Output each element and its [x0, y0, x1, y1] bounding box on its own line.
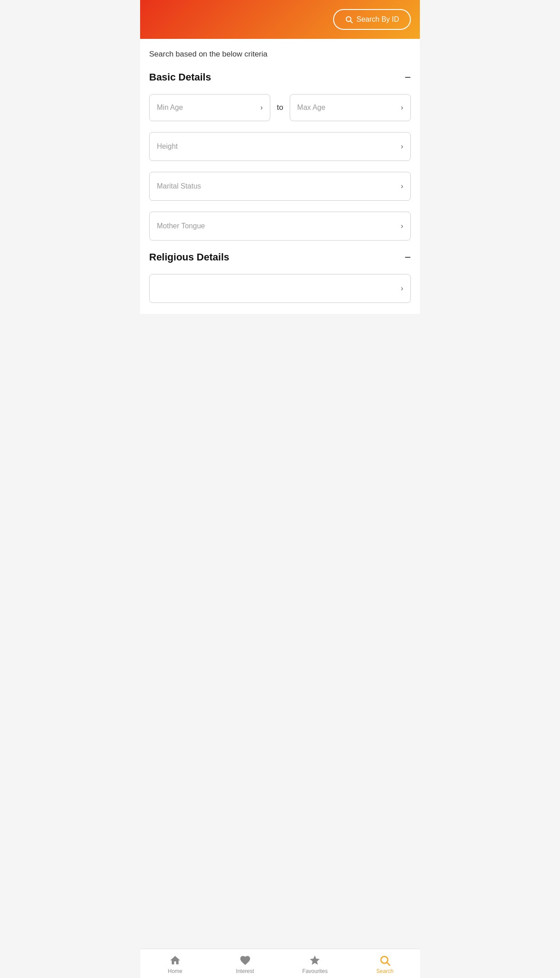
search-by-id-label: Search By ID [357, 15, 399, 24]
basic-details-title: Basic Details [149, 71, 211, 83]
min-age-chevron-icon: › [260, 104, 263, 112]
min-age-label: Min Age [157, 104, 183, 112]
header: Search By ID [140, 0, 420, 39]
religious-details-section: Religious Details − › [149, 251, 411, 303]
mother-tongue-field[interactable]: Mother Tongue › [149, 212, 411, 241]
religion-field[interactable]: › [149, 274, 411, 303]
search-subtitle: Search based on the below criteria [149, 50, 411, 59]
search-icon [345, 15, 353, 24]
basic-details-section: Basic Details − Min Age › to Max Age › H… [149, 71, 411, 241]
marital-status-field[interactable]: Marital Status › [149, 172, 411, 201]
age-row: Min Age › to Max Age › [149, 94, 411, 121]
height-label: Height [157, 142, 178, 151]
religion-chevron-icon: › [401, 284, 403, 293]
mother-tongue-label: Mother Tongue [157, 222, 205, 230]
religious-details-title: Religious Details [149, 251, 229, 263]
marital-status-label: Marital Status [157, 182, 201, 190]
religious-details-header: Religious Details − [149, 251, 411, 263]
marital-status-chevron-icon: › [401, 182, 403, 190]
age-to-label: to [270, 103, 289, 112]
svg-line-1 [350, 21, 352, 23]
main-content: Search based on the below criteria Basic… [140, 39, 420, 314]
max-age-field[interactable]: Max Age › [290, 94, 411, 121]
basic-details-header: Basic Details − [149, 71, 411, 83]
max-age-chevron-icon: › [401, 104, 403, 112]
min-age-field[interactable]: Min Age › [149, 94, 270, 121]
religious-details-collapse-icon[interactable]: − [405, 252, 411, 263]
mother-tongue-chevron-icon: › [401, 222, 403, 230]
height-chevron-icon: › [401, 142, 403, 151]
height-field[interactable]: Height › [149, 132, 411, 161]
search-by-id-button[interactable]: Search By ID [333, 9, 411, 30]
max-age-label: Max Age [297, 104, 325, 112]
basic-details-collapse-icon[interactable]: − [405, 72, 411, 83]
